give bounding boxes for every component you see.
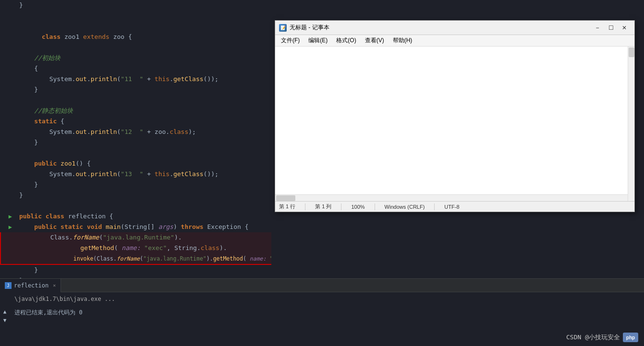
close-button[interactable]: ✕ [618, 23, 631, 33]
notepad-titlebar: 📝 无标题 - 记事本 − ☐ ✕ [275, 21, 634, 35]
csdn-text: CSDN @小技玩安全 [566, 333, 620, 342]
console-action-buttons[interactable]: ▲ ▼ [0, 306, 10, 324]
status-charset: UTF-8 [444, 204, 459, 210]
java-icon: J [5, 282, 12, 289]
code-line: static { [0, 116, 271, 127]
notepad-title: 无标题 - 记事本 [290, 24, 591, 32]
console-tab-label: reflection [14, 282, 49, 289]
code-line: } [0, 0, 271, 11]
php-badge: php [623, 333, 638, 342]
code-line [0, 201, 271, 211]
status-encoding: Windows (CRLF) [385, 204, 425, 210]
line-number: ▶ [0, 222, 17, 232]
notepad-statusbar: 第 1 行 第 1 列 100% Windows (CRLF) UTF-8 [275, 201, 634, 212]
java-path: \java\jdk1.7\bin\java.exe ... [14, 296, 115, 302]
notepad-icon: 📝 [279, 24, 287, 32]
code-line: System.out.println("11 " + this.getClass… [0, 74, 271, 84]
vertical-scrollbar[interactable] [628, 47, 634, 201]
code-line: //初始块 [0, 53, 271, 63]
code-line: ▶ public class reflection { [0, 211, 271, 222]
window-controls[interactable]: − ☐ ✕ [591, 23, 631, 33]
notepad-menubar[interactable]: 文件(F) 编辑(E) 格式(O) 查看(V) 帮助(H) [275, 35, 634, 47]
maximize-button[interactable]: ☐ [605, 23, 617, 33]
code-line: } [0, 84, 271, 95]
code-line: //静态初始块 [0, 106, 271, 116]
highlighted-line-1: Class.forName("java.lang.Runtime"). [0, 232, 271, 243]
status-col: 第 1 列 [315, 203, 331, 210]
notepad-body[interactable] [275, 47, 634, 201]
console-tab[interactable]: J reflection ✕ [0, 279, 61, 292]
highlighted-line-2: getMethod( name: "exec", String.class). [0, 243, 271, 253]
code-line [0, 95, 271, 106]
close-tab-icon[interactable]: ✕ [53, 283, 56, 288]
status-sep [305, 203, 305, 210]
status-sep2 [341, 203, 341, 210]
minimize-button[interactable]: − [591, 23, 604, 33]
console-tab-bar[interactable]: J reflection ✕ [0, 279, 644, 292]
console-line-2: 进程已结束,退出代码为 0 [11, 306, 644, 319]
code-line [0, 148, 271, 158]
notepad-textarea[interactable] [275, 47, 634, 201]
code-line [0, 11, 271, 21]
code-line: System.out.println("12 " + zoo.class); [0, 127, 271, 137]
console-text-area: \java\jdk1.7\bin\java.exe ... 进程已结束,退出代码… [11, 292, 644, 319]
status-line: 第 1 行 [279, 203, 295, 210]
code-line: public zoo1() { [0, 158, 271, 169]
code-line: } [0, 265, 271, 275]
scroll-down-button[interactable]: ▼ [1, 316, 9, 324]
menu-view[interactable]: 查看(V) [361, 36, 388, 46]
code-line: System.out.println("13 " + this.getClass… [0, 169, 271, 179]
menu-help[interactable]: 帮助(H) [389, 36, 416, 46]
code-line: ▶ class zoo1 extends zoo { [0, 21, 271, 53]
code-line: } [0, 137, 271, 148]
bottom-panel: J reflection ✕ ▲ ▼ \java\jdk1.7\bin\java… [0, 278, 644, 346]
status-sep3 [375, 203, 375, 210]
watermark: CSDN @小技玩安全 php [566, 333, 638, 342]
exit-message: 进程已结束,退出代码为 0 [14, 309, 83, 316]
code-editor[interactable]: } ▶ class zoo1 extends zoo { //初始块 { Sys… [0, 0, 271, 278]
code-line: } [0, 190, 271, 201]
code-line: } [0, 179, 271, 190]
highlighted-line-3: invoke(Class.forName("java.lang.Runtime"… [0, 253, 271, 265]
scroll-up-button[interactable]: ▲ [1, 308, 9, 315]
status-zoom: 100% [351, 204, 365, 210]
menu-format[interactable]: 格式(O) [332, 36, 360, 46]
console-output-area: ▲ ▼ \java\jdk1.7\bin\java.exe ... 进程已结束,… [0, 292, 644, 346]
menu-file[interactable]: 文件(F) [277, 36, 304, 46]
code-line: { [0, 63, 271, 74]
status-sep4 [434, 203, 435, 210]
console-line-1: \java\jdk1.7\bin\java.exe ... [11, 292, 644, 306]
line-number: ▶ [0, 211, 17, 222]
menu-edit[interactable]: 编辑(E) [304, 36, 331, 46]
horizontal-scrollbar[interactable] [275, 194, 628, 201]
code-line: ▶ public static void main(String[] args)… [0, 222, 271, 232]
line-number: ▶ [0, 21, 17, 32]
notepad-window[interactable]: 📝 无标题 - 记事本 − ☐ ✕ 文件(F) 编辑(E) 格式(O) 查看(V… [275, 20, 635, 212]
